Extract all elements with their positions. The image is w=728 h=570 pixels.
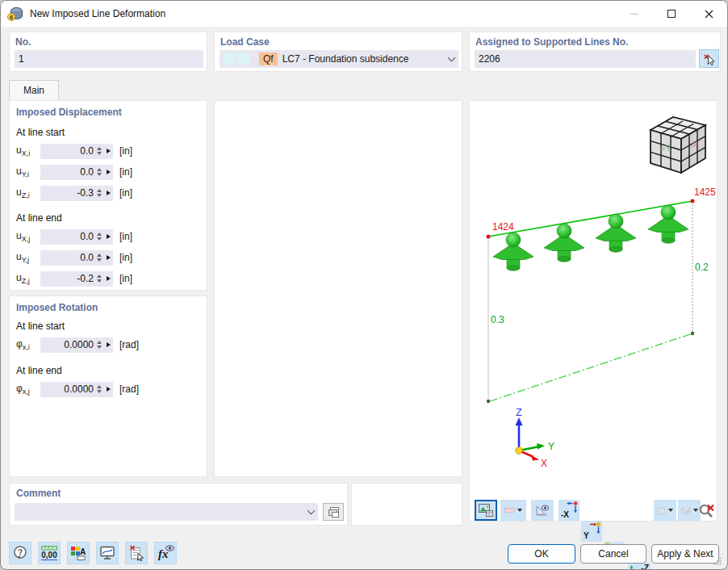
load-case-swatch-2 (238, 53, 249, 65)
spinner[interactable] (95, 189, 103, 197)
reference-line (490, 333, 692, 401)
imposed-displacement-panel: Imposed Displacement At line start uX,i … (9, 100, 207, 291)
display-options-dropdown-button[interactable] (654, 500, 676, 521)
load-case-combobox[interactable]: Qf LC7 - Foundation subsidence (220, 50, 458, 68)
expand-arrow-icon[interactable] (107, 170, 111, 174)
expand-arrow-icon[interactable] (107, 255, 111, 260)
spinner[interactable] (95, 275, 103, 283)
viewport-3d[interactable]: 1424 1425 0.2 0.3 Z Y X (470, 101, 717, 497)
resize-grip[interactable] (713, 557, 722, 565)
cube-plus-y-label: +Y (661, 145, 672, 153)
ux-end-label: uX,j (16, 230, 40, 243)
formula-button[interactable]: fx (154, 542, 177, 564)
minimize-button[interactable] (616, 1, 653, 27)
window-title: New Imposed Line Deformation (30, 8, 165, 19)
spin-down-icon (97, 279, 102, 283)
spacer-panel (351, 483, 462, 526)
view-minus-z-label: -Z (642, 564, 649, 570)
assigned-input[interactable] (479, 53, 692, 65)
layered-windows-icon (328, 507, 340, 518)
spin-up-icon (97, 275, 102, 278)
view-minus-z-button[interactable]: -Z (628, 563, 651, 570)
copy-comment-button[interactable] (323, 503, 344, 521)
spinner[interactable] (95, 254, 103, 262)
icon-badge: 6 (10, 14, 13, 21)
uy-start-input[interactable] (43, 166, 95, 178)
unit-label: [in] (119, 166, 132, 178)
phix-start-input[interactable] (43, 339, 95, 350)
graphics-panel: 1424 1425 0.2 0.3 Z Y X (469, 100, 718, 522)
cancel-button[interactable]: Cancel (580, 544, 646, 564)
view-y-button[interactable]: Y (581, 521, 602, 542)
measure-dropdown-button[interactable] (500, 500, 526, 521)
ux-start-input[interactable] (43, 145, 95, 157)
comment-input[interactable] (19, 506, 308, 518)
spinner[interactable] (95, 385, 103, 393)
spinner[interactable] (95, 147, 103, 155)
view-minus-x-button[interactable]: -X (559, 500, 579, 521)
spin-down-icon (97, 346, 102, 349)
phix-start-label: φx,i (16, 338, 40, 351)
spinner[interactable] (95, 233, 103, 241)
spinner[interactable] (95, 341, 103, 349)
node-end (691, 199, 695, 203)
unit-label: [in] (119, 273, 132, 284)
ux-end-input[interactable] (43, 231, 95, 242)
screen-settings-button[interactable] (96, 542, 119, 564)
dialog-window: 6 New Imposed Line Deformation No. Load … (0, 0, 728, 570)
axis-x-label: X (541, 458, 547, 469)
no-input[interactable] (19, 53, 199, 65)
render-mode-button[interactable] (475, 500, 497, 521)
expand-arrow-icon[interactable] (107, 276, 111, 281)
phix-end-field (40, 382, 113, 397)
assigned-label: Assigned to Supported Lines No. (475, 36, 628, 48)
ok-button[interactable]: OK (508, 544, 575, 564)
assigned-field (475, 50, 696, 68)
units-settings-button[interactable]: 0,00 (38, 542, 61, 564)
uy-end-row: uY,j [in] (16, 249, 132, 266)
cube-minus-x-label: -X (689, 140, 697, 149)
comment-combobox[interactable] (15, 503, 318, 521)
maximize-button[interactable] (653, 1, 690, 27)
expand-arrow-icon[interactable] (107, 342, 111, 347)
select-lines-button[interactable] (699, 49, 719, 68)
display-properties-button[interactable]: A (67, 542, 90, 564)
apply-next-button[interactable]: Apply & Next (651, 544, 719, 564)
decimal-places-label: 0,00 (41, 551, 56, 560)
spin-up-icon (97, 168, 102, 171)
uy-start-label: uY,i (16, 166, 40, 178)
expand-arrow-icon[interactable] (107, 149, 111, 153)
angle-view-button[interactable] (531, 500, 554, 521)
load-case-swatch-1 (224, 53, 235, 65)
unit-label: [in] (119, 252, 132, 263)
close-button[interactable] (690, 1, 727, 27)
protractor-eye-icon (535, 504, 550, 517)
phix-end-input[interactable] (43, 383, 95, 395)
faded-ruler-icon (504, 505, 515, 515)
dropdown-arrow-icon (517, 509, 522, 512)
close-icon (705, 10, 713, 19)
uz-start-input[interactable] (43, 187, 95, 199)
axis-z-label: Z (516, 407, 521, 418)
expand-arrow-icon[interactable] (107, 234, 111, 239)
spin-down-icon (97, 237, 102, 241)
help-button[interactable]: ? (9, 542, 31, 564)
uy-end-label: uY,j (16, 251, 40, 264)
spinner[interactable] (95, 168, 103, 176)
dimension-left-label: 0.3 (491, 314, 504, 325)
line-support-symbol (544, 224, 584, 262)
uy-end-input[interactable] (43, 252, 95, 263)
eye-icon (165, 545, 174, 551)
cancel-zoom-button[interactable] (696, 500, 717, 521)
tab-main[interactable]: Main (9, 80, 59, 100)
ux-start-row: uX,i [in] (16, 143, 132, 159)
expand-arrow-icon[interactable] (107, 387, 111, 392)
spin-up-icon (97, 341, 102, 344)
navigation-cube[interactable]: +Y -X (651, 117, 705, 173)
middle-panel (214, 100, 462, 477)
pick-cursor-icon (703, 52, 716, 65)
delete-entry-button[interactable] (125, 542, 148, 564)
spin-up-icon (97, 233, 102, 236)
uz-end-input[interactable] (43, 273, 95, 284)
expand-arrow-icon[interactable] (107, 191, 111, 195)
